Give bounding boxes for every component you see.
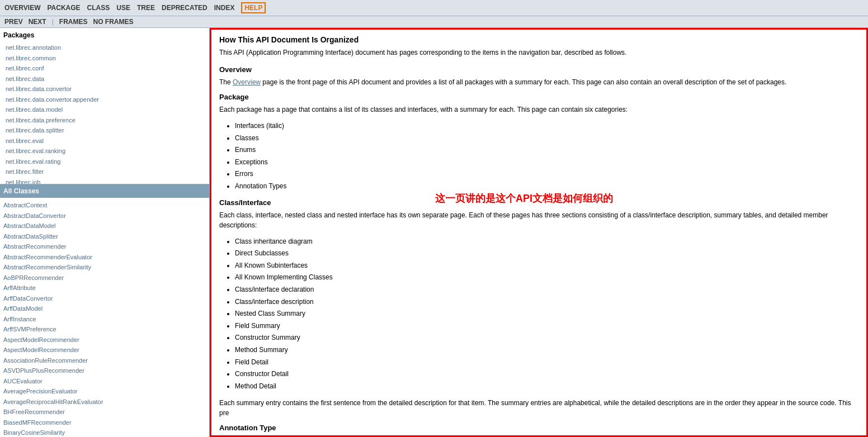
section-text-overview: The Overview page is the front page of t… (219, 77, 858, 87)
class-AspectModelRecommender2[interactable]: AspectModelRecommender (2, 345, 207, 355)
nav-no-frames[interactable]: NO FRAMES (93, 18, 134, 26)
class-interface-bullets: Class inheritance diagram Direct Subclas… (235, 236, 858, 393)
class-ArffAttribute[interactable]: ArffAttribute (2, 283, 207, 293)
main-content[interactable]: How This API Document Is Organized This … (210, 28, 868, 437)
all-classes-header: All Classes (0, 184, 209, 198)
pkg-job[interactable]: net.librec.job (4, 177, 205, 185)
bullet-method-summary: Method Summary (235, 344, 858, 357)
class-AverageReciprocalHitRankEvaluator[interactable]: AverageReciprocalHitRankEvaluator (2, 397, 207, 407)
bullet-constructor-summary: Constructor Summary (235, 332, 858, 344)
bullet-all-known-subinterfaces: All Known Subinterfaces (235, 260, 858, 272)
left-sidebar: Packages net.librec.annotation net.libre… (0, 28, 210, 437)
class-AveragePrecisionEvaluator[interactable]: AveragePrecisionEvaluator (2, 386, 207, 397)
section-text-summary-note: Each summary entry contains the first se… (219, 398, 858, 418)
bullet-class-inheritance: Class inheritance diagram (235, 236, 858, 248)
bullet-all-known-implementing: All Known Implementing Classes (235, 272, 858, 284)
second-navigation: PREV NEXT | FRAMES NO FRAMES (0, 16, 868, 28)
class-AspectModelRecommender1[interactable]: AspectModelRecommender (2, 335, 207, 345)
class-AbstractDataConvertor[interactable]: AbstractDataConvertor (2, 211, 207, 221)
nav-index[interactable]: INDEX (214, 4, 235, 12)
class-ArffDataConvertor[interactable]: ArffDataConvertor (2, 293, 207, 304)
top-navigation: OVERVIEW PACKAGE CLASS USE TREE DEPRECAT… (0, 0, 868, 16)
class-BinaryCosineSimilarity[interactable]: BinaryCosineSimilarity (2, 428, 207, 437)
bullet-interfaces: Interfaces (italic) (235, 120, 858, 132)
bullet-class-description: Class/interface description (235, 296, 858, 308)
nav-frames[interactable]: FRAMES (59, 18, 88, 26)
package-bullets: Interfaces (italic) Classes Enums Except… (235, 120, 858, 193)
bullet-constructor-detail: Constructor Detail (235, 368, 858, 381)
section-heading-annotation: Annotation Type (219, 424, 858, 432)
section-text-class-interface: Each class, interface, nested class and … (219, 210, 858, 230)
pkg-data[interactable]: net.librec.data (4, 74, 205, 84)
pkg-conf[interactable]: net.librec.conf (4, 63, 205, 74)
nav-prev[interactable]: PREV (4, 18, 23, 26)
main-layout: Packages net.librec.annotation net.libre… (0, 28, 868, 437)
class-AssociationRuleRecommender[interactable]: AssociationRuleRecommender (2, 355, 207, 366)
bullet-field-detail: Field Detail (235, 357, 858, 369)
class-BiasedMFRecommender[interactable]: BiasedMFRecommender (2, 417, 207, 428)
class-AbstractDataModel[interactable]: AbstractDataModel (2, 221, 207, 231)
class-AoBPRRecommender[interactable]: AoBPRRecommender (2, 273, 207, 283)
nav-package[interactable]: PACKAGE (47, 4, 80, 12)
bullet-direct-subclasses: Direct Subclasses (235, 248, 858, 260)
section-heading-package: Package (219, 93, 858, 101)
pkg-eval-ranking[interactable]: net.librec.eval.ranking (4, 146, 205, 156)
classes-section[interactable]: All Classes AbstractContext AbstractData… (0, 184, 209, 437)
pkg-annotation[interactable]: net.librec.annotation (4, 42, 205, 53)
classes-list: AbstractContext AbstractDataConvertor Ab… (0, 198, 209, 437)
nav-overview[interactable]: OVERVIEW (4, 4, 40, 12)
class-ASVDPlusPlusRecommender[interactable]: ASVDPlusPlusRecommender (2, 365, 207, 376)
class-ArffInstance[interactable]: ArffInstance (2, 314, 207, 325)
bullet-field-summary: Field Summary (235, 320, 858, 332)
pkg-data-splitter[interactable]: net.librec.data.splitter (4, 125, 205, 136)
pkg-data-preference[interactable]: net.librec.data.preference (4, 115, 205, 126)
bullet-annotation-types: Annotation Types (235, 180, 858, 193)
class-AbstractRecommender[interactable]: AbstractRecommender (2, 241, 207, 252)
nav-tree[interactable]: TREE (137, 4, 155, 12)
nav-class[interactable]: CLASS (87, 4, 110, 12)
overview-link[interactable]: Overview (233, 78, 261, 86)
pkg-data-convertor[interactable]: net.librec.data.convertor (4, 84, 205, 94)
section-heading-class-interface: Class/Interface (219, 198, 858, 207)
nav-use[interactable]: USE (116, 4, 130, 12)
class-AUCEvaluator[interactable]: AUCEvaluator (2, 376, 207, 387)
class-AbstractContext[interactable]: AbstractContext (2, 200, 207, 211)
class-BHFreeRecommender[interactable]: BHFreeRecommender (2, 407, 207, 417)
bullet-class-declaration: Class/interface declaration (235, 284, 858, 296)
class-ArffDataModel[interactable]: ArffDataModel (2, 303, 207, 314)
class-AbstractRecommenderSimilarity[interactable]: AbstractRecommenderSimilarity (2, 262, 207, 273)
bullet-nested-class-summary: Nested Class Summary (235, 308, 858, 320)
pkg-common[interactable]: net.librec.common (4, 53, 205, 64)
section-text-package: Each package has a page that contains a … (219, 104, 858, 115)
content-title: How This API Document Is Organized (219, 35, 858, 44)
content-intro: This API (Application Programming Interf… (219, 48, 858, 58)
packages-list: net.librec.annotation net.librec.common … (2, 40, 207, 184)
pkg-data-convertor-appender[interactable]: net.librec.data.convertor.appender (4, 94, 205, 105)
class-AbstractRecommenderEvaluator[interactable]: AbstractRecommenderEvaluator (2, 252, 207, 263)
bullet-exceptions: Exceptions (235, 156, 858, 169)
nav-next[interactable]: NEXT (29, 18, 46, 26)
nav-help[interactable]: HELP (241, 2, 266, 13)
pkg-eval[interactable]: net.librec.eval (4, 136, 205, 146)
bullet-enums: Enums (235, 144, 858, 156)
class-AbstractDataSplitter[interactable]: AbstractDataSplitter (2, 231, 207, 242)
bullet-method-detail: Method Detail (235, 381, 858, 393)
nav-deprecated[interactable]: DEPRECATED (162, 4, 207, 12)
pkg-filter[interactable]: net.librec.filter (4, 167, 205, 177)
section-heading-overview: Overview (219, 65, 858, 74)
pkg-data-model[interactable]: net.librec.data.model (4, 104, 205, 115)
packages-header: Packages (2, 30, 207, 40)
bullet-errors: Errors (235, 168, 858, 180)
bullet-classes: Classes (235, 132, 858, 145)
packages-section[interactable]: Packages net.librec.annotation net.libre… (0, 28, 209, 184)
class-ArffSVMPreference[interactable]: ArffSVMPreference (2, 324, 207, 335)
pkg-eval-rating[interactable]: net.librec.eval.rating (4, 156, 205, 167)
